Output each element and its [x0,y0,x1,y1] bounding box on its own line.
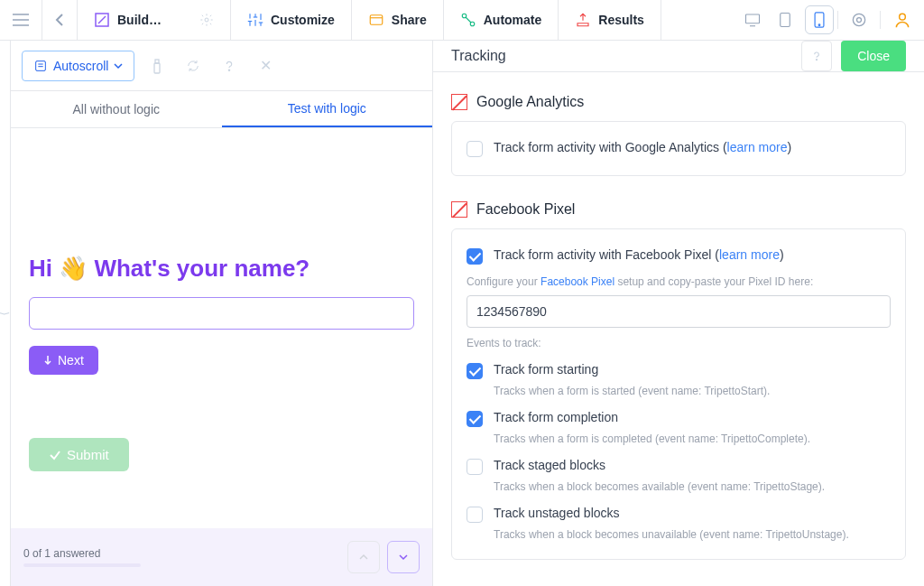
progress-bar [23,563,141,567]
fb-config-hint: Configure your Facebook Pixel setup and … [467,275,891,288]
next-question-button[interactable] [387,541,420,573]
event-title-3: Track unstaged blocks [494,506,620,520]
event-desc-0: Tracks when a form is started (event nam… [494,385,891,397]
progress-text: 0 of 1 answered [23,547,141,560]
svg-rect-32 [155,60,159,63]
event-checkbox-2[interactable] [467,459,483,475]
fb-icon [451,201,467,218]
svg-point-27 [900,14,906,20]
svg-point-33 [229,70,230,70]
svg-rect-28 [36,60,46,70]
tab-build-label: Build… [117,13,162,27]
results-icon [575,12,591,28]
event-desc-3: Tracks when a block becomes unavailable … [494,528,891,541]
user-icon[interactable] [881,11,924,29]
back-icon[interactable] [42,0,78,40]
ga-checkbox[interactable] [467,141,483,157]
tab-automate-label: Automate [484,13,542,27]
autoscroll-label: Autoscroll [53,59,108,73]
next-button[interactable]: Next [29,346,98,375]
event-checkbox-3[interactable] [467,507,483,523]
fb-option-text: Track form activity with Facebook Pixel … [494,247,784,262]
svg-rect-31 [154,63,160,73]
tab-share[interactable]: Share [352,0,444,40]
svg-point-25 [853,14,864,25]
refresh-icon[interactable] [180,52,207,79]
submit-button[interactable]: Submit [29,438,129,471]
svg-line-19 [466,17,471,23]
svg-point-26 [857,18,862,23]
question-text: Hi 👋 What's your name? [29,255,414,283]
device-desktop-icon[interactable] [736,0,769,41]
next-label: Next [58,353,84,367]
tab-test-with-logic[interactable]: Test with logic [222,91,433,127]
automate-icon [460,12,476,28]
tab-results[interactable]: Results [559,0,661,40]
help-icon[interactable] [216,52,243,79]
build-icon [94,12,110,28]
arrow-down-icon [43,355,52,366]
autoscroll-icon [33,59,48,73]
svg-rect-20 [746,14,760,23]
ga-option-text: Track form activity with Google Analytic… [494,140,791,154]
left-gutter[interactable]: ⟩ [0,41,11,586]
chevron-up-icon [358,552,369,563]
gear-icon[interactable] [199,13,214,27]
ga-title: Google Analytics [476,94,584,110]
event-checkbox-0[interactable] [467,363,483,379]
svg-rect-15 [370,15,383,25]
device-phone-icon[interactable] [805,5,834,34]
tracking-title: Tracking [451,48,801,64]
ga-learn-more-link[interactable]: learn more [727,140,788,154]
event-title-1: Track form completion [494,410,618,424]
svg-point-24 [818,24,820,26]
customize-icon [247,12,263,28]
event-title-2: Track staged blocks [494,458,605,472]
check-icon [49,449,61,461]
tab-automate[interactable]: Automate [444,0,559,40]
bottle-icon[interactable] [143,52,171,79]
fb-learn-more-link[interactable]: learn more [719,247,780,262]
help-button[interactable] [801,41,832,71]
device-tablet-icon[interactable] [769,0,801,41]
pixel-id-input[interactable] [467,295,891,328]
event-desc-2: Tracks when a block becomes available (e… [494,480,891,493]
prev-question-button[interactable] [347,541,380,573]
svg-point-35 [817,60,818,60]
close-preview-icon[interactable]: ✕ [252,52,279,79]
name-input[interactable] [29,297,414,330]
submit-label: Submit [67,447,109,462]
settings-icon[interactable] [837,11,881,29]
expand-handle-icon: ⟩ [0,312,11,316]
fb-checkbox[interactable] [467,248,483,265]
tab-customize-label: Customize [271,13,335,27]
menu-icon[interactable] [0,0,42,40]
tab-all-without-logic[interactable]: All without logic [11,91,222,127]
svg-line-4 [98,16,106,23]
event-desc-1: Tracks when a form is completed (event n… [494,433,891,445]
close-button[interactable]: Close [841,41,906,71]
tab-share-label: Share [392,13,427,27]
events-label: Events to track: [467,337,891,349]
tab-build[interactable]: Build… [78,0,231,40]
tab-customize[interactable]: Customize [231,0,352,40]
fb-pixel-link[interactable]: Facebook Pixel [541,275,614,288]
ga-icon [451,94,467,110]
chevron-down-icon [398,552,409,563]
tab-results-label: Results [598,13,644,27]
autoscroll-button[interactable]: Autoscroll [22,51,134,81]
event-checkbox-1[interactable] [467,411,483,427]
chevron-down-icon [114,61,123,70]
share-icon [368,12,384,28]
svg-rect-22 [781,14,790,27]
svg-point-5 [205,18,208,22]
fb-title: Facebook Pixel [476,201,575,218]
event-title-0: Track form starting [494,362,598,377]
